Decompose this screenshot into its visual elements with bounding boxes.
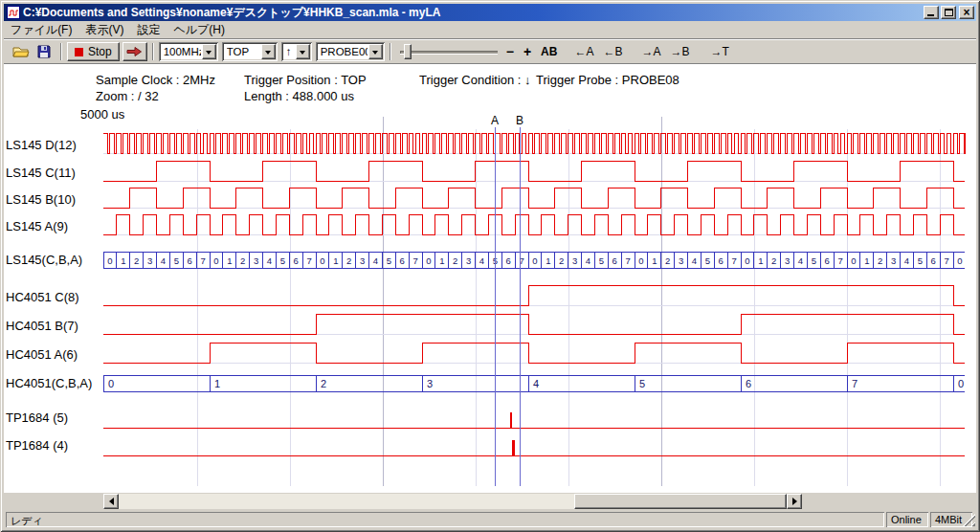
sample-clock-info: Sample Clock : 2MHz	[96, 73, 215, 87]
menu-item-view[interactable]: 表示(V)	[78, 21, 130, 38]
sample-clock-combo[interactable]: 100MHz	[159, 42, 218, 61]
open-button[interactable]	[10, 42, 33, 61]
run-arrow-icon	[126, 46, 143, 57]
scroll-strip	[4, 493, 976, 510]
toolbar: Stop 100MHz TOP ↑ PROBE00 −	[4, 40, 976, 63]
zoom-slider-track	[400, 51, 498, 54]
sample-clock-value: 100MHz	[164, 46, 201, 57]
zoom-slider-handle[interactable]	[404, 44, 412, 59]
length-info: Length : 488.000 us	[244, 89, 354, 103]
scroll-left-button[interactable]	[103, 494, 119, 509]
zoom-in-button[interactable]: +	[519, 42, 536, 61]
titlebar: C:¥Documents and Settings¥noname¥デスクトップ¥…	[4, 4, 976, 21]
trigger-edge-combo[interactable]: ↑	[281, 42, 312, 61]
trigger-position-info: Trigger Position : TOP	[244, 73, 367, 87]
minimize-button[interactable]	[924, 6, 939, 19]
toolbar-separator	[60, 43, 62, 60]
close-button[interactable]: ×	[959, 6, 974, 19]
trigger-probe-info: Trigger Probe : PROBE08	[536, 73, 679, 87]
goto-marker-a-left-button[interactable]: ←A	[569, 42, 598, 61]
maximize-button[interactable]	[941, 6, 956, 19]
chevron-down-icon[interactable]	[368, 44, 383, 59]
app-window: C:¥Documents and Settings¥noname¥デスクトップ¥…	[0, 0, 980, 532]
stop-button[interactable]: Stop	[67, 42, 120, 61]
trigger-position-combo[interactable]: TOP	[222, 42, 278, 61]
folder-open-icon	[12, 45, 30, 58]
triangle-right-icon	[792, 498, 801, 505]
maximize-icon	[945, 9, 953, 16]
status-online: Online	[886, 512, 928, 527]
goto-marker-b-left-button[interactable]: ←B	[598, 42, 627, 61]
goto-marker-b-right-button[interactable]: →B	[665, 42, 694, 61]
close-icon: ×	[960, 6, 973, 19]
toolbar-separator	[152, 43, 154, 60]
window-title: C:¥Documents and Settings¥noname¥デスクトップ¥…	[23, 4, 922, 21]
chevron-down-icon[interactable]	[296, 44, 310, 59]
chevron-down-icon[interactable]	[261, 44, 276, 59]
zoom-info: Zoom : / 32	[96, 89, 159, 103]
goto-marker-a-right-button[interactable]: →A	[636, 42, 665, 61]
floppy-icon	[37, 45, 51, 58]
horizontal-scrollbar[interactable]	[103, 494, 802, 509]
ab-markers-button[interactable]: AB	[536, 42, 562, 61]
scrollbar-thumb[interactable]	[574, 494, 787, 509]
stop-button-label: Stop	[88, 45, 112, 58]
toolbar-separator	[390, 43, 391, 60]
main-panel: Sample Clock : 2MHz Trigger Position : T…	[4, 65, 976, 493]
zoom-slider[interactable]	[400, 42, 498, 61]
zoom-out-button[interactable]: −	[501, 42, 519, 61]
probe-combo[interactable]: PROBE00	[316, 42, 385, 61]
menubar: ファイル(F) 表示(V) 設定 ヘルプ(H)	[4, 21, 976, 38]
menu-item-help[interactable]: ヘルプ(H)	[167, 21, 232, 38]
run-button[interactable]	[122, 42, 147, 61]
menu-item-settings[interactable]: 設定	[130, 21, 167, 38]
status-ready: レディ	[6, 512, 884, 527]
scroll-right-button[interactable]	[787, 494, 802, 509]
triangle-left-icon	[105, 498, 114, 505]
trigger-condition-info: Trigger Condition : ↓	[419, 73, 531, 87]
save-button[interactable]	[33, 42, 56, 61]
stop-square-icon	[75, 48, 83, 56]
trigger-position-value: TOP	[227, 46, 260, 57]
minimize-icon	[927, 14, 934, 16]
menu-item-file[interactable]: ファイル(F)	[4, 21, 78, 38]
trigger-edge-value: ↑	[286, 46, 295, 57]
statusbar: レディ Online 4MBit	[4, 510, 976, 528]
probe-value: PROBE00	[321, 46, 368, 57]
chevron-down-icon[interactable]	[202, 44, 216, 59]
app-icon	[7, 6, 20, 19]
time-division-label: 5000 us	[80, 107, 124, 122]
goto-trigger-button[interactable]: →T	[705, 42, 733, 61]
